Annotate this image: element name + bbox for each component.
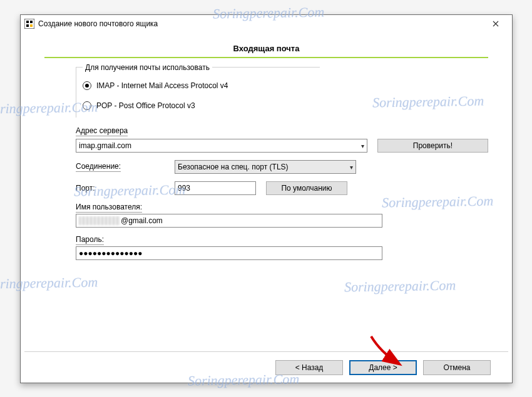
protocol-legend: Для получения почты использовать	[83, 63, 212, 72]
window-title: Создание нового почтового ящика	[38, 19, 483, 28]
chevron-down-icon: ▾	[361, 143, 364, 149]
svg-rect-0	[24, 19, 34, 29]
username-label: Имя пользователя:	[76, 203, 142, 213]
server-address-value: imap.gmail.com	[79, 141, 131, 150]
radio-imap[interactable]: IMAP - Internet Mail Access Protocol v4	[83, 81, 314, 90]
svg-rect-1	[26, 21, 29, 23]
check-button[interactable]: Проверить!	[377, 139, 488, 153]
password-input[interactable]	[76, 246, 382, 260]
port-input[interactable]	[175, 181, 256, 195]
username-input[interactable]: @gmail.com	[76, 214, 382, 228]
username-suffix: @gmail.com	[121, 216, 163, 225]
protocol-group: Для получения почты использовать IMAP - …	[76, 67, 320, 118]
form-area: Адрес сервера imap.gmail.com ▾ Проверить…	[76, 126, 488, 268]
back-button[interactable]: < Назад	[275, 360, 343, 375]
svg-rect-4	[30, 24, 33, 27]
close-icon[interactable]	[483, 16, 508, 31]
radio-icon	[83, 101, 91, 110]
button-bar: < Назад Далее > Отмена	[24, 351, 508, 383]
next-button[interactable]: Далее >	[349, 360, 417, 375]
radio-pop[interactable]: POP - Post Office Protocol v3	[83, 101, 314, 110]
port-default-button[interactable]: По умолчанию	[266, 181, 347, 195]
server-address-combo[interactable]: imap.gmail.com ▾	[76, 139, 367, 153]
app-icon	[24, 19, 34, 29]
chevron-down-icon: ▾	[350, 164, 353, 171]
connection-value: Безопасное на спец. порт (TLS)	[178, 163, 289, 171]
username-redacted	[79, 216, 120, 225]
server-label: Адрес сервера	[76, 126, 128, 136]
dialog-window: Создание нового почтового ящика Входящая…	[20, 14, 513, 383]
titlebar: Создание нового почтового ящика	[21, 15, 512, 33]
radio-imap-label: IMAP - Internet Mail Access Protocol v4	[96, 81, 228, 90]
password-label: Пароль:	[76, 235, 104, 245]
cancel-button[interactable]: Отмена	[423, 360, 491, 375]
connection-combo[interactable]: Безопасное на спец. порт (TLS) ▾	[175, 160, 356, 174]
radio-icon	[83, 81, 91, 90]
radio-pop-label: POP - Post Office Protocol v3	[96, 101, 195, 110]
connection-label: Соединение:	[76, 162, 121, 172]
dialog-body: Входящая почта Для получения почты испол…	[21, 33, 512, 351]
svg-rect-3	[26, 24, 29, 27]
svg-rect-2	[30, 21, 33, 23]
port-label: Порт:	[76, 184, 95, 193]
protocol-fieldset: Для получения почты использовать IMAP - …	[76, 67, 320, 118]
page-title: Входящая почта	[44, 39, 488, 58]
